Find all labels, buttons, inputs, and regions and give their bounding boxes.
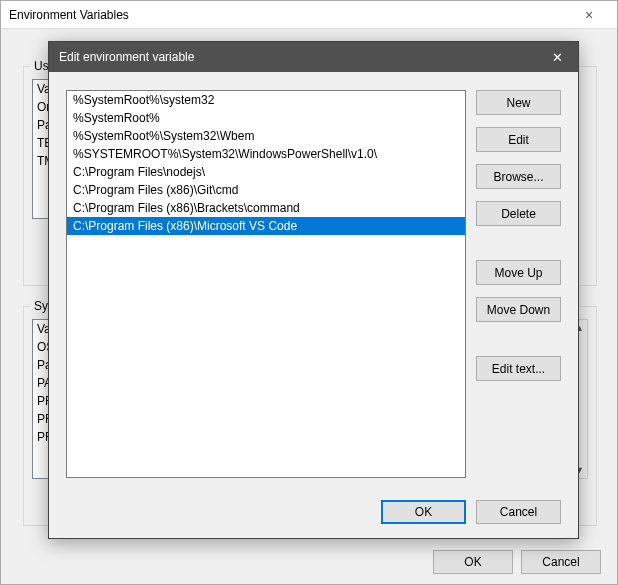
close-icon[interactable]: × — [569, 7, 609, 23]
cancel-button[interactable]: Cancel — [476, 500, 561, 524]
parent-cancel-button[interactable]: Cancel — [521, 550, 601, 574]
ok-button[interactable]: OK — [381, 500, 466, 524]
browse-button[interactable]: Browse... — [476, 164, 561, 189]
move-up-button[interactable]: Move Up — [476, 260, 561, 285]
path-entry[interactable]: %SystemRoot%\system32 — [67, 91, 465, 109]
edit-text-button[interactable]: Edit text... — [476, 356, 561, 381]
path-entry[interactable]: %SystemRoot% — [67, 109, 465, 127]
parent-ok-button[interactable]: OK — [433, 550, 513, 574]
edit-env-var-dialog: Edit environment variable ✕ %SystemRoot%… — [48, 41, 579, 539]
parent-titlebar: Environment Variables × — [1, 1, 617, 29]
path-entry[interactable]: C:\Program Files\nodejs\ — [67, 163, 465, 181]
parent-title: Environment Variables — [9, 8, 129, 22]
path-entry[interactable]: C:\Program Files (x86)\Git\cmd — [67, 181, 465, 199]
move-down-button[interactable]: Move Down — [476, 297, 561, 322]
modal-dialog-buttons: OK Cancel — [381, 500, 561, 524]
path-entries-list[interactable]: %SystemRoot%\system32%SystemRoot%%System… — [66, 90, 466, 478]
modal-titlebar: Edit environment variable ✕ — [49, 42, 578, 72]
edit-button[interactable]: Edit — [476, 127, 561, 152]
delete-button[interactable]: Delete — [476, 201, 561, 226]
close-icon[interactable]: ✕ — [536, 42, 578, 72]
modal-title: Edit environment variable — [59, 50, 194, 64]
path-entry[interactable]: %SYSTEMROOT%\System32\WindowsPowerShell\… — [67, 145, 465, 163]
parent-dialog-buttons: OK Cancel — [433, 550, 601, 574]
path-entry[interactable]: C:\Program Files (x86)\Brackets\command — [67, 199, 465, 217]
path-entry[interactable]: C:\Program Files (x86)\Microsoft VS Code — [67, 217, 465, 235]
new-button[interactable]: New — [476, 90, 561, 115]
path-entry[interactable]: %SystemRoot%\System32\Wbem — [67, 127, 465, 145]
